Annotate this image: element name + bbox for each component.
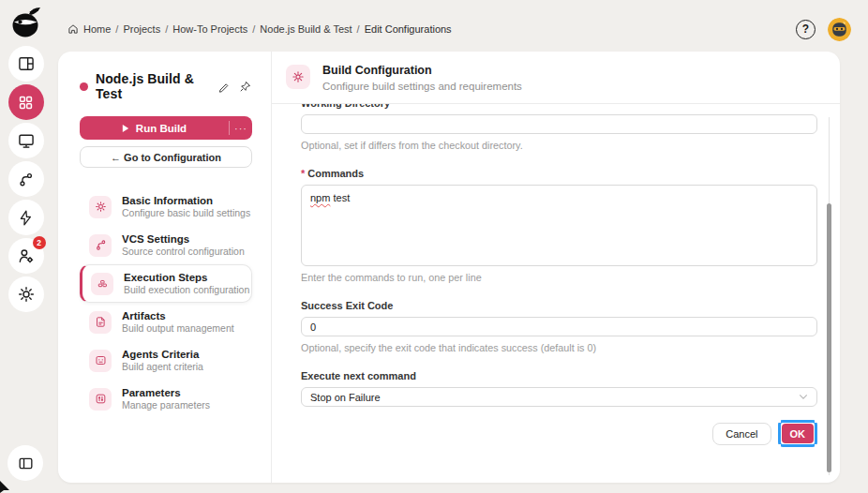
topbar-actions: ? bbox=[796, 18, 851, 41]
working-directory-help: Optional, set if differs from the checko… bbox=[301, 140, 817, 151]
breadcrumb-separator: / bbox=[115, 23, 118, 35]
config-nav: Basic Information Configure basic build … bbox=[80, 187, 252, 418]
breadcrumb-current: Edit Configurations bbox=[365, 23, 452, 35]
scrollbar-thumb[interactable] bbox=[827, 203, 831, 472]
success-exit-code-input[interactable] bbox=[301, 317, 817, 336]
nav-label: Artifacts bbox=[122, 310, 234, 321]
nav-label: Execution Steps bbox=[124, 272, 249, 283]
commands-textarea[interactable]: npm test bbox=[301, 185, 817, 266]
chevron-down-icon bbox=[799, 394, 808, 400]
app-logo-ninja-icon[interactable] bbox=[7, 6, 45, 39]
working-directory-label: Working Directory bbox=[301, 104, 817, 109]
nav-desc: Build agent criteria bbox=[122, 361, 203, 372]
home-icon bbox=[67, 23, 79, 35]
execute-next-command-label: Execute next command bbox=[301, 370, 817, 381]
goto-configuration-button[interactable]: ← Go to Configuration bbox=[80, 146, 252, 168]
nav-desc: Manage parameters bbox=[122, 399, 210, 411]
file-icon bbox=[89, 311, 112, 334]
run-build-button[interactable]: Run Build ··· bbox=[80, 116, 252, 140]
edit-icon[interactable] bbox=[216, 79, 231, 94]
form-actions: Cancel OK bbox=[301, 420, 817, 447]
nav-desc: Build execution configuration bbox=[124, 284, 249, 295]
settings-gear-icon[interactable] bbox=[8, 276, 44, 312]
panel-title: Build Configuration bbox=[322, 64, 522, 77]
run-more-menu[interactable]: ··· bbox=[230, 123, 252, 134]
focus-notch bbox=[776, 444, 781, 449]
success-exit-code-help: Optional, specify the exit code that ind… bbox=[301, 342, 817, 353]
builds-lightning-icon[interactable] bbox=[8, 200, 44, 235]
breadcrumb-howto-projects[interactable]: How-To Projects bbox=[172, 23, 247, 35]
nav-desc: Source control configuration bbox=[122, 246, 245, 257]
breadcrumb-separator: / bbox=[252, 23, 255, 35]
focus-notch bbox=[776, 418, 781, 423]
commands-value-misspelled: npm bbox=[310, 192, 330, 203]
nav-item-parameters[interactable]: Parameters Manage parameters bbox=[80, 380, 252, 418]
success-exit-code-label: Success Exit Code bbox=[301, 300, 817, 311]
nav-label: Basic Information bbox=[122, 195, 250, 206]
main-card: Node.js Build & Test Run Build bbox=[58, 52, 840, 483]
nav-desc: Configure basic build settings bbox=[122, 207, 250, 218]
mouse-cursor bbox=[0, 478, 13, 493]
gear-icon bbox=[286, 65, 310, 89]
collapse-sidebar-icon[interactable] bbox=[7, 445, 43, 481]
pin-icon[interactable] bbox=[237, 79, 252, 94]
ok-button-focus-ring: OK bbox=[778, 420, 818, 447]
nav-label: Agents Criteria bbox=[122, 349, 203, 360]
select-value: Stop on Failure bbox=[310, 392, 381, 403]
nav-item-artifacts[interactable]: Artifacts Build output management bbox=[80, 303, 252, 341]
nav-label: Parameters bbox=[122, 387, 210, 398]
breadcrumb-projects[interactable]: Projects bbox=[123, 23, 160, 35]
agents-monitor-icon[interactable] bbox=[8, 123, 44, 158]
cancel-button[interactable]: Cancel bbox=[712, 423, 771, 445]
nav-desc: Build output management bbox=[122, 322, 234, 334]
nav-item-basic-information[interactable]: Basic Information Configure basic build … bbox=[80, 187, 252, 226]
commands-help: Enter the commands to run, one per line bbox=[301, 272, 817, 283]
nav-item-agents-criteria[interactable]: Agents Criteria Build agent criteria bbox=[80, 341, 252, 380]
project-title: Node.js Build & Test bbox=[96, 71, 216, 101]
project-status-dot bbox=[80, 82, 88, 91]
execute-next-command-select[interactable]: Stop on Failure bbox=[301, 387, 817, 407]
agent-icon bbox=[89, 350, 112, 372]
breadcrumb-build-config[interactable]: Node.js Build & Test bbox=[260, 23, 352, 35]
app-root: { "breadcrumb": { "separator": "/", "ite… bbox=[0, 0, 868, 493]
project-title-row: Node.js Build & Test bbox=[80, 71, 252, 101]
projects-grid-icon[interactable] bbox=[8, 84, 44, 120]
play-icon bbox=[122, 125, 129, 132]
branch-icon bbox=[89, 234, 112, 257]
sliders-icon bbox=[89, 388, 112, 411]
required-asterisk: * bbox=[301, 168, 305, 179]
focus-notch bbox=[815, 444, 819, 449]
working-directory-input[interactable] bbox=[301, 114, 817, 134]
focus-notch bbox=[815, 418, 819, 423]
commands-value-rest: test bbox=[330, 192, 350, 203]
nav-item-vcs-settings[interactable]: VCS Settings Source control configuratio… bbox=[80, 226, 252, 264]
build-config-form: Working Directory Optional, set if diffe… bbox=[272, 104, 840, 483]
breadcrumb: Home / Projects / How-To Projects / Node… bbox=[67, 23, 452, 35]
ok-button[interactable]: OK bbox=[782, 424, 815, 443]
config-sidebar: Node.js Build & Test Run Build bbox=[58, 52, 272, 483]
help-icon[interactable]: ? bbox=[796, 20, 816, 39]
vcs-branch-icon[interactable] bbox=[8, 161, 44, 197]
breadcrumb-separator: / bbox=[357, 23, 360, 35]
icon-rail: 2 bbox=[0, 0, 52, 493]
breadcrumb-separator: / bbox=[165, 23, 168, 35]
run-build-label: Run Build bbox=[136, 123, 187, 134]
commands-label: *Commands bbox=[301, 168, 817, 179]
top-bar: Home / Projects / How-To Projects / Node… bbox=[67, 16, 851, 42]
nav-label: VCS Settings bbox=[122, 233, 245, 245]
breadcrumb-home[interactable]: Home bbox=[83, 23, 111, 35]
nav-item-execution-steps[interactable]: Execution Steps Build execution configur… bbox=[80, 264, 252, 303]
panel-subtitle: Configure build settings and requirement… bbox=[322, 81, 522, 92]
gear-icon bbox=[89, 196, 112, 218]
dashboard-icon[interactable] bbox=[8, 46, 44, 82]
notification-badge: 2 bbox=[33, 236, 46, 249]
panel-header: Build Configuration Configure build sett… bbox=[272, 52, 840, 104]
build-config-panel: Build Configuration Configure build sett… bbox=[272, 52, 840, 483]
user-avatar[interactable] bbox=[828, 18, 851, 41]
steps-icon bbox=[91, 273, 113, 295]
user-management-icon[interactable]: 2 bbox=[8, 238, 44, 274]
